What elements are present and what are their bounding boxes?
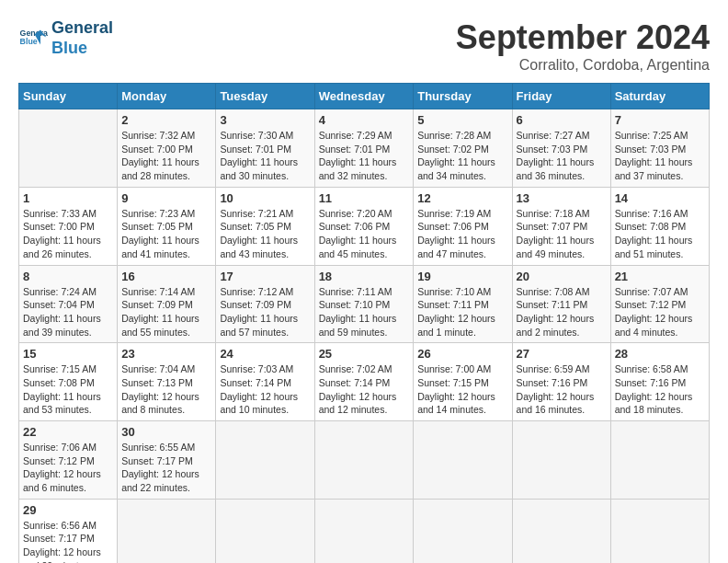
calendar-cell: 24Sunrise: 7:03 AM Sunset: 7:14 PM Dayli…	[216, 343, 314, 421]
day-number: 19	[417, 270, 507, 283]
day-info: Sunrise: 7:14 AM Sunset: 7:09 PM Dayligh…	[121, 285, 211, 339]
day-info: Sunrise: 7:10 AM Sunset: 7:11 PM Dayligh…	[417, 285, 507, 339]
calendar-cell	[414, 499, 512, 563]
calendar-cell: 5Sunrise: 7:28 AM Sunset: 7:02 PM Daylig…	[414, 109, 512, 188]
calendar-cell: 2Sunrise: 7:32 AM Sunset: 7:00 PM Daylig…	[118, 109, 216, 188]
day-number: 10	[220, 191, 310, 205]
calendar-cell: 27Sunrise: 6:59 AM Sunset: 7:16 PM Dayli…	[512, 343, 610, 421]
day-header-tuesday: Tuesday	[216, 84, 314, 109]
location-subtitle: Corralito, Cordoba, Argentina	[456, 57, 710, 74]
calendar-week-row: 29Sunrise: 6:56 AM Sunset: 7:17 PM Dayli…	[19, 499, 710, 563]
day-number: 9	[121, 191, 211, 205]
logo: General Blue General Blue	[18, 18, 113, 58]
day-number: 28	[615, 347, 705, 361]
calendar-cell: 23Sunrise: 7:04 AM Sunset: 7:13 PM Dayli…	[118, 343, 216, 421]
day-header-wednesday: Wednesday	[314, 84, 414, 109]
calendar-cell: 20Sunrise: 7:08 AM Sunset: 7:11 PM Dayli…	[512, 265, 610, 343]
day-number: 11	[319, 191, 410, 205]
day-info: Sunrise: 7:12 AM Sunset: 7:09 PM Dayligh…	[220, 285, 310, 339]
day-number: 15	[23, 347, 113, 361]
calendar-table: SundayMondayTuesdayWednesdayThursdayFrid…	[18, 83, 710, 563]
day-info: Sunrise: 7:00 AM Sunset: 7:15 PM Dayligh…	[417, 362, 507, 417]
day-number: 6	[517, 113, 607, 127]
logo-icon: General Blue	[18, 24, 48, 53]
day-info: Sunrise: 6:56 AM Sunset: 7:17 PM Dayligh…	[23, 519, 113, 563]
calendar-cell: 1Sunrise: 7:33 AM Sunset: 7:00 PM Daylig…	[19, 187, 118, 265]
day-info: Sunrise: 7:18 AM Sunset: 7:07 PM Dayligh…	[517, 207, 607, 261]
day-info: Sunrise: 7:06 AM Sunset: 7:12 PM Dayligh…	[23, 441, 113, 495]
calendar-cell: 9Sunrise: 7:23 AM Sunset: 7:05 PM Daylig…	[118, 187, 216, 265]
day-number: 26	[417, 347, 507, 361]
day-info: Sunrise: 7:24 AM Sunset: 7:04 PM Dayligh…	[23, 285, 113, 339]
calendar-week-row: 22Sunrise: 7:06 AM Sunset: 7:12 PM Dayli…	[19, 421, 710, 500]
calendar-cell: 29Sunrise: 6:56 AM Sunset: 7:17 PM Dayli…	[19, 499, 118, 563]
calendar-cell	[414, 421, 512, 500]
day-number: 24	[220, 347, 310, 361]
calendar-cell: 14Sunrise: 7:16 AM Sunset: 7:08 PM Dayli…	[610, 187, 709, 265]
logo-line1: General	[51, 18, 113, 37]
calendar-cell: 13Sunrise: 7:18 AM Sunset: 7:07 PM Dayli…	[512, 187, 610, 265]
day-number: 29	[23, 503, 113, 517]
calendar-cell	[610, 499, 709, 563]
day-number: 20	[517, 270, 607, 283]
calendar-week-row: 2Sunrise: 7:32 AM Sunset: 7:00 PM Daylig…	[19, 109, 710, 188]
day-info: Sunrise: 7:11 AM Sunset: 7:10 PM Dayligh…	[319, 285, 410, 339]
day-number: 16	[121, 270, 211, 283]
calendar-cell: 11Sunrise: 7:20 AM Sunset: 7:06 PM Dayli…	[314, 187, 414, 265]
calendar-cell: 6Sunrise: 7:27 AM Sunset: 7:03 PM Daylig…	[512, 109, 610, 188]
day-header-thursday: Thursday	[414, 84, 512, 109]
day-info: Sunrise: 6:59 AM Sunset: 7:16 PM Dayligh…	[517, 362, 607, 417]
day-info: Sunrise: 7:28 AM Sunset: 7:02 PM Dayligh…	[417, 129, 507, 183]
day-number: 22	[23, 425, 113, 439]
day-number: 12	[417, 191, 507, 205]
calendar-cell: 21Sunrise: 7:07 AM Sunset: 7:12 PM Dayli…	[610, 265, 709, 343]
calendar-cell: 19Sunrise: 7:10 AM Sunset: 7:11 PM Dayli…	[414, 265, 512, 343]
calendar-cell: 30Sunrise: 6:55 AM Sunset: 7:17 PM Dayli…	[118, 421, 216, 500]
day-number: 4	[319, 113, 410, 127]
day-number: 17	[220, 270, 310, 283]
day-header-sunday: Sunday	[19, 84, 118, 109]
calendar-cell: 12Sunrise: 7:19 AM Sunset: 7:06 PM Dayli…	[414, 187, 512, 265]
calendar-week-row: 15Sunrise: 7:15 AM Sunset: 7:08 PM Dayli…	[19, 343, 710, 421]
logo-text: General Blue	[51, 18, 113, 58]
calendar-week-row: 1Sunrise: 7:33 AM Sunset: 7:00 PM Daylig…	[19, 187, 710, 265]
day-number: 5	[417, 113, 507, 127]
day-info: Sunrise: 7:02 AM Sunset: 7:14 PM Dayligh…	[319, 362, 410, 417]
day-info: Sunrise: 7:03 AM Sunset: 7:14 PM Dayligh…	[220, 362, 310, 417]
calendar-cell	[216, 421, 314, 500]
day-number: 21	[615, 270, 705, 283]
month-title: September 2024	[456, 18, 710, 57]
day-number: 14	[615, 191, 705, 205]
day-info: Sunrise: 7:19 AM Sunset: 7:06 PM Dayligh…	[417, 207, 507, 261]
day-number: 18	[319, 270, 410, 283]
calendar-cell: 25Sunrise: 7:02 AM Sunset: 7:14 PM Dayli…	[314, 343, 414, 421]
day-number: 1	[23, 191, 113, 205]
calendar-week-row: 8Sunrise: 7:24 AM Sunset: 7:04 PM Daylig…	[19, 265, 710, 343]
day-info: Sunrise: 7:25 AM Sunset: 7:03 PM Dayligh…	[615, 129, 705, 183]
page-header: General Blue General Blue September 2024…	[18, 18, 710, 74]
day-number: 3	[220, 113, 310, 127]
day-info: Sunrise: 7:32 AM Sunset: 7:00 PM Dayligh…	[121, 129, 211, 183]
calendar-cell	[512, 421, 610, 500]
calendar-cell: 15Sunrise: 7:15 AM Sunset: 7:08 PM Dayli…	[19, 343, 118, 421]
day-info: Sunrise: 7:07 AM Sunset: 7:12 PM Dayligh…	[615, 285, 705, 339]
day-header-friday: Friday	[512, 84, 610, 109]
calendar-cell	[118, 499, 216, 563]
day-number: 23	[121, 347, 211, 361]
day-info: Sunrise: 7:15 AM Sunset: 7:08 PM Dayligh…	[23, 362, 113, 417]
day-info: Sunrise: 6:55 AM Sunset: 7:17 PM Dayligh…	[121, 441, 211, 495]
title-block: September 2024 Corralito, Cordoba, Argen…	[456, 18, 710, 74]
day-header-monday: Monday	[118, 84, 216, 109]
svg-text:General: General	[20, 28, 48, 37]
day-number: 7	[615, 113, 705, 127]
calendar-cell	[314, 421, 414, 500]
calendar-cell	[19, 109, 118, 188]
day-info: Sunrise: 7:29 AM Sunset: 7:01 PM Dayligh…	[319, 129, 410, 183]
calendar-cell: 4Sunrise: 7:29 AM Sunset: 7:01 PM Daylig…	[314, 109, 414, 188]
calendar-cell: 10Sunrise: 7:21 AM Sunset: 7:05 PM Dayli…	[216, 187, 314, 265]
calendar-cell: 7Sunrise: 7:25 AM Sunset: 7:03 PM Daylig…	[610, 109, 709, 188]
day-info: Sunrise: 7:08 AM Sunset: 7:11 PM Dayligh…	[517, 285, 607, 339]
calendar-cell: 16Sunrise: 7:14 AM Sunset: 7:09 PM Dayli…	[118, 265, 216, 343]
day-info: Sunrise: 7:23 AM Sunset: 7:05 PM Dayligh…	[121, 207, 211, 261]
day-info: Sunrise: 7:04 AM Sunset: 7:13 PM Dayligh…	[121, 362, 211, 417]
